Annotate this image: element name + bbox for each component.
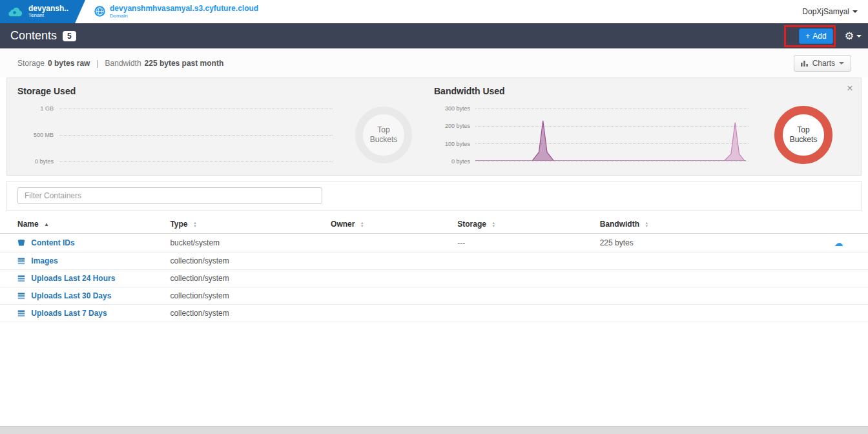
table-row[interactable]: Uploads Last 24 Hours collection/system [0,270,868,287]
container-link[interactable]: Uploads Last 24 Hours [31,274,115,283]
column-header-type[interactable]: Type ▲▼ [170,214,331,234]
domain-name: devyanshmhvasamyal.s3.cyfuture.cloud [110,5,258,14]
filter-card [6,181,862,211]
chevron-down-icon [839,62,844,65]
domain-label: Domain [110,13,258,19]
close-icon[interactable]: × [847,82,853,95]
storage-chart-title: Storage Used [17,86,434,96]
bandwidth-chart-title: Bandwidth Used [434,86,851,96]
top-buckets-donut-bandwidth: Top Buckets [774,106,832,164]
y-tick: 300 bytes [434,105,470,112]
column-header-storage[interactable]: Storage ▲▼ [457,214,599,234]
user-name: DopXjSamyal [802,7,849,16]
bandwidth-label: Bandwidth [105,59,141,68]
collection-icon [17,274,25,282]
globe-icon [94,6,105,17]
collection-icon [17,257,25,265]
table-row[interactable]: Uploads Last 7 Days collection/system [0,305,868,322]
domain-group[interactable]: devyanshmhvasamyal.s3.cyfuture.cloud Dom… [94,5,258,19]
tenant-badge[interactable]: devyansh.. Tenant [0,0,85,23]
y-tick: 1 GB [17,105,54,112]
contents-count-badge: 5 [63,31,76,41]
sort-icon: ▲▼ [193,222,197,228]
y-tick: 100 bytes [434,141,470,147]
page-title: Contents [10,29,57,43]
annotation-highlight: + Add [784,25,836,47]
plus-icon: + [805,32,810,41]
cloud-sync-icon[interactable]: ☁ [834,238,843,248]
stat-separator: | [96,59,98,68]
sort-icon: ▲▼ [645,222,648,228]
storage-value: 0 bytes raw [48,59,90,68]
filter-containers-input[interactable] [17,187,322,204]
gear-icon: ⚙ [845,31,854,41]
column-header-owner[interactable]: Owner ▲▼ [331,214,457,234]
chevron-down-icon [856,35,862,37]
y-tick: 500 MB [17,132,54,138]
user-menu[interactable]: DopXjSamyal [802,7,858,16]
top-buckets-donut-storage: Top Buckets [355,107,412,163]
charts-toggle-button[interactable]: Charts [794,55,851,72]
collection-icon [17,292,25,300]
bandwidth-chart-plot: 300 bytes 200 bytes 100 bytes 0 bytes [434,105,749,165]
sort-asc-icon: ▲ [44,222,49,227]
sort-icon: ▲▼ [360,222,364,228]
column-header-actions [834,214,868,234]
collection-icon [17,309,25,317]
chevron-down-icon [852,10,858,13]
sort-icon: ▲▼ [491,222,495,228]
tenant-label: Tenant [28,13,68,19]
bucket-icon [17,239,25,247]
bandwidth-value: 225 bytes past month [145,59,224,68]
stats-bar: Storage 0 bytes raw | Bandwidth 225 byte… [0,48,868,78]
settings-menu[interactable]: ⚙ [845,31,862,41]
column-header-bandwidth[interactable]: Bandwidth ▲▼ [600,214,834,234]
containers-table: Name ▲ Type ▲▼ Owner ▲▼ Storage ▲▼ Bandw… [0,214,868,322]
footer-bar [0,426,868,434]
container-link[interactable]: Uploads Last 30 Days [31,291,111,300]
column-header-name[interactable]: Name ▲ [0,214,170,234]
container-link[interactable]: Uploads Last 7 Days [31,309,107,318]
add-button[interactable]: + Add [799,28,832,44]
storage-chart-section: Storage Used 1 GB 500 MB 0 bytes Top Buc… [17,86,434,169]
bar-chart-icon [801,60,809,67]
contents-navbar: Contents 5 + Add ⚙ [0,23,868,48]
table-row[interactable]: Uploads Last 30 Days collection/system [0,287,868,305]
table-row[interactable]: Images collection/system [0,253,868,270]
container-link[interactable]: Images [31,256,57,265]
bandwidth-chart-section: Bandwidth Used 300 bytes 200 bytes 100 b… [434,86,851,169]
storage-label: Storage [17,59,45,68]
charts-panel: Storage Used 1 GB 500 MB 0 bytes Top Buc… [6,78,862,176]
y-tick: 0 bytes [434,158,470,165]
topbar: devyansh.. Tenant devyanshmhvasamyal.s3.… [0,0,868,23]
cloud-logo-icon [6,6,23,17]
storage-chart-plot: 1 GB 500 MB 0 bytes [17,105,333,165]
container-link[interactable]: Content IDs [31,238,74,247]
y-tick: 0 bytes [17,158,54,165]
table-row[interactable]: Content IDs bucket/system --- 225 bytes … [0,234,868,253]
y-tick: 200 bytes [434,123,470,129]
